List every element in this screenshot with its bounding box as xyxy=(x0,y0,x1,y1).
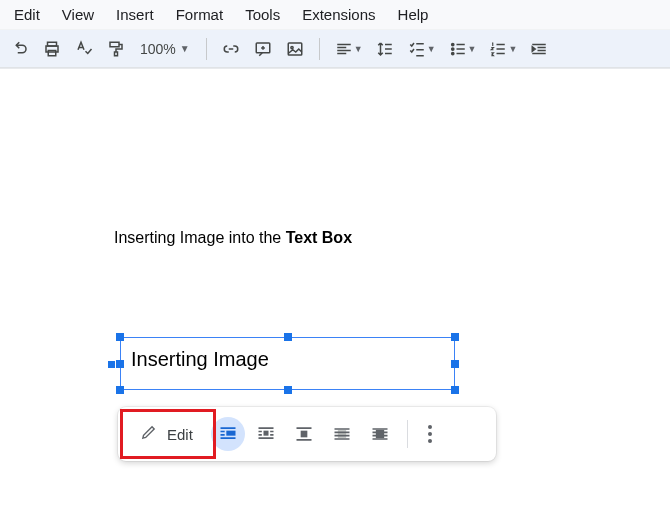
checklist-dropdown[interactable]: ▼ xyxy=(407,39,436,59)
menu-edit[interactable]: Edit xyxy=(4,2,50,27)
in-front-text-button[interactable] xyxy=(363,417,397,451)
toolbar: 100% ▼ ▼ ▼ ▼ ▼ xyxy=(0,30,670,68)
edit-label: Edit xyxy=(167,426,193,443)
resize-handle-bottom-right[interactable] xyxy=(451,386,459,394)
chevron-down-icon: ▼ xyxy=(468,44,477,54)
resize-handle-bottom-left[interactable] xyxy=(116,386,124,394)
decrease-indent-icon[interactable] xyxy=(529,39,549,59)
menu-format[interactable]: Format xyxy=(166,2,234,27)
chevron-down-icon: ▼ xyxy=(508,44,517,54)
svg-rect-12 xyxy=(263,431,268,436)
paint-format-icon[interactable] xyxy=(106,39,126,59)
selection-anchor[interactable] xyxy=(108,361,115,368)
svg-point-9 xyxy=(451,47,453,49)
bulleted-list-dropdown[interactable]: ▼ xyxy=(448,39,477,59)
pencil-icon xyxy=(140,424,157,444)
resize-handle-middle-right[interactable] xyxy=(451,360,459,368)
numbered-list-dropdown[interactable]: ▼ xyxy=(488,39,517,59)
align-left-icon xyxy=(334,39,354,59)
drawing-object[interactable]: Inserting Image xyxy=(120,337,455,390)
menu-tools[interactable]: Tools xyxy=(235,2,290,27)
svg-rect-4 xyxy=(115,52,118,56)
svg-rect-15 xyxy=(376,430,384,438)
spellcheck-icon[interactable] xyxy=(74,39,94,59)
text-run: Inserting Image into the xyxy=(114,229,286,246)
separator xyxy=(206,38,207,60)
separator xyxy=(407,420,408,448)
chevron-down-icon: ▼ xyxy=(354,44,363,54)
separator xyxy=(319,38,320,60)
resize-handle-bottom-middle[interactable] xyxy=(284,386,292,394)
line-spacing-icon xyxy=(375,39,395,59)
svg-rect-14 xyxy=(338,430,346,438)
paragraph-text[interactable]: Inserting Image into the Text Box xyxy=(114,229,352,247)
add-comment-icon[interactable] xyxy=(253,39,273,59)
wrap-inline-button[interactable] xyxy=(211,417,245,451)
image-context-toolbar: Edit xyxy=(118,407,496,461)
svg-rect-3 xyxy=(110,42,119,47)
break-text-button[interactable] xyxy=(287,417,321,451)
resize-handle-top-right[interactable] xyxy=(451,333,459,341)
zoom-dropdown[interactable]: 100% ▼ xyxy=(138,41,192,57)
menu-help[interactable]: Help xyxy=(388,2,439,27)
resize-handle-middle-left[interactable] xyxy=(116,360,124,368)
redo-icon[interactable] xyxy=(10,39,30,59)
insert-link-icon[interactable] xyxy=(221,39,241,59)
behind-text-button[interactable] xyxy=(325,417,359,451)
align-dropdown[interactable]: ▼ xyxy=(334,39,363,59)
zoom-value: 100% xyxy=(140,41,176,57)
chevron-down-icon: ▼ xyxy=(180,43,190,54)
insert-image-icon[interactable] xyxy=(285,39,305,59)
bulleted-list-icon xyxy=(448,39,468,59)
svg-point-7 xyxy=(291,46,293,48)
resize-handle-top-middle[interactable] xyxy=(284,333,292,341)
svg-point-8 xyxy=(451,43,453,45)
line-spacing-dropdown[interactable] xyxy=(375,39,395,59)
wrap-text-button[interactable] xyxy=(249,417,283,451)
menu-view[interactable]: View xyxy=(52,2,104,27)
edit-drawing-button[interactable]: Edit xyxy=(126,416,207,452)
svg-rect-13 xyxy=(301,431,308,438)
svg-point-10 xyxy=(451,52,453,54)
menubar: Edit View Insert Format Tools Extensions… xyxy=(0,0,670,30)
menu-insert[interactable]: Insert xyxy=(106,2,164,27)
checklist-icon xyxy=(407,39,427,59)
resize-handle-top-left[interactable] xyxy=(116,333,124,341)
svg-rect-11 xyxy=(226,431,235,436)
chevron-down-icon: ▼ xyxy=(427,44,436,54)
text-run-bold: Text Box xyxy=(286,229,352,246)
numbered-list-icon xyxy=(488,39,508,59)
more-options-button[interactable] xyxy=(418,425,442,443)
document-canvas[interactable]: Inserting Image into the Text Box Insert… xyxy=(0,68,670,509)
menu-extensions[interactable]: Extensions xyxy=(292,2,385,27)
drawing-text: Inserting Image xyxy=(131,348,269,371)
print-icon[interactable] xyxy=(42,39,62,59)
